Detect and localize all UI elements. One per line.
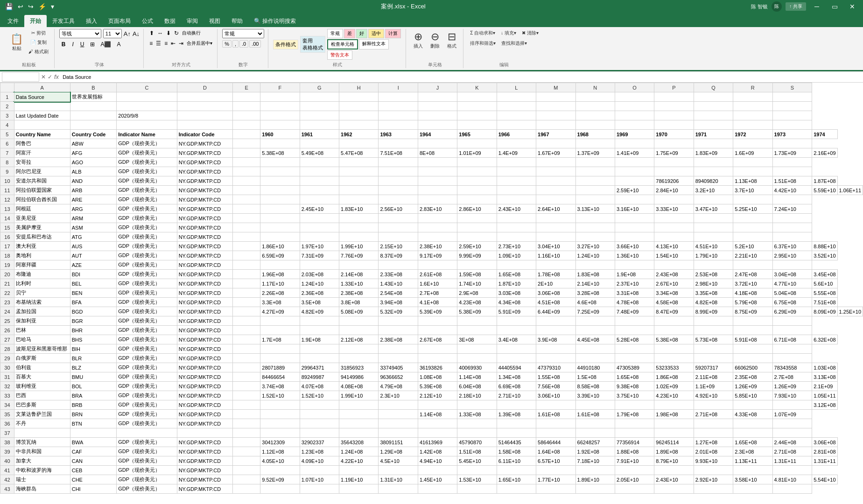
- cell[interactable]: [536, 326, 575, 335]
- bad-style[interactable]: 差: [344, 29, 355, 38]
- cell[interactable]: [615, 466, 654, 475]
- cell[interactable]: 2.43E+08: [654, 270, 694, 279]
- cell[interactable]: [260, 195, 300, 204]
- cell[interactable]: 1.43E+10: [379, 279, 418, 288]
- cell[interactable]: BIH: [70, 344, 117, 354]
- insert-button[interactable]: ⊕ 插入: [411, 29, 426, 51]
- underline-button[interactable]: U: [78, 40, 87, 49]
- cell[interactable]: [575, 167, 615, 176]
- cell[interactable]: 2.7E+08: [772, 372, 812, 382]
- name-box[interactable]: [2, 72, 39, 82]
- cell[interactable]: [694, 167, 733, 176]
- cell[interactable]: 比利时: [14, 279, 70, 288]
- cell[interactable]: [575, 354, 615, 363]
- cell[interactable]: 4.78E+08: [615, 298, 654, 307]
- cell[interactable]: BMU: [70, 372, 117, 382]
- cell[interactable]: [615, 158, 654, 167]
- cell[interactable]: [694, 428, 733, 438]
- tab-data[interactable]: 数据: [159, 15, 181, 27]
- cell[interactable]: 1.51E+08: [772, 176, 812, 186]
- cell[interactable]: 35643208: [339, 438, 379, 447]
- cell[interactable]: GDP（现价美元）: [117, 354, 177, 363]
- cell[interactable]: [536, 167, 575, 176]
- cell[interactable]: [418, 158, 457, 167]
- row-header-8[interactable]: 8: [0, 158, 14, 167]
- cell[interactable]: [733, 167, 772, 176]
- dropdown-icon[interactable]: ▾: [49, 2, 56, 11]
- cell[interactable]: [575, 214, 615, 223]
- cell[interactable]: 3.06E+08: [812, 438, 837, 447]
- col-header-O[interactable]: O: [615, 83, 654, 92]
- cell[interactable]: 1.51E+08: [457, 447, 497, 456]
- cell[interactable]: [733, 260, 772, 270]
- cell[interactable]: 45790870: [457, 438, 497, 447]
- cell[interactable]: ARE: [70, 195, 117, 204]
- cell[interactable]: 5.79E+08: [733, 298, 772, 307]
- cell[interactable]: [497, 176, 536, 186]
- cell[interactable]: [457, 111, 497, 120]
- cell[interactable]: 1.88E+08: [615, 447, 654, 456]
- cell[interactable]: 百慕大: [14, 372, 70, 382]
- cell[interactable]: [418, 167, 457, 176]
- cell[interactable]: [615, 400, 654, 410]
- cell[interactable]: [457, 195, 497, 204]
- cell[interactable]: 中非共和国: [14, 447, 70, 456]
- row-header-9[interactable]: 9: [0, 167, 14, 176]
- cell[interactable]: 1.26E+09: [733, 382, 772, 391]
- cell[interactable]: 3.13E+10: [575, 204, 615, 214]
- cell[interactable]: [694, 260, 733, 270]
- cell[interactable]: 3.47E+10: [694, 204, 733, 214]
- cell[interactable]: 1.42E+08: [418, 447, 457, 456]
- cell[interactable]: [70, 120, 117, 130]
- cell[interactable]: BLZ: [70, 363, 117, 372]
- col-header-R[interactable]: R: [733, 83, 772, 92]
- cell[interactable]: [339, 410, 379, 419]
- cell[interactable]: GDP（现价美元）: [117, 335, 177, 344]
- row-header-10[interactable]: 10: [0, 176, 14, 186]
- cell[interactable]: [339, 139, 379, 148]
- cell[interactable]: 5.54E+10: [812, 475, 837, 484]
- cell[interactable]: 2.03E+08: [300, 270, 339, 279]
- cell[interactable]: GDP（现价美元）: [117, 139, 177, 148]
- cell[interactable]: 2.45E+10: [300, 204, 339, 214]
- cell[interactable]: 1.02E+09: [654, 382, 694, 391]
- cell[interactable]: 5.55E+08: [812, 288, 837, 298]
- cell[interactable]: Country Code: [70, 130, 117, 139]
- col-header-B[interactable]: B: [70, 83, 117, 92]
- cell[interactable]: 5.49E+08: [300, 148, 339, 158]
- cell[interactable]: 4.77E+10: [772, 279, 812, 288]
- cell[interactable]: 89409820: [694, 176, 733, 186]
- cell[interactable]: 安哥拉: [14, 158, 70, 167]
- cell[interactable]: [233, 130, 260, 139]
- cell[interactable]: [260, 466, 300, 475]
- cell[interactable]: GDP（现价美元）: [117, 176, 177, 186]
- cell[interactable]: [457, 102, 497, 111]
- cell[interactable]: 1969: [615, 130, 654, 139]
- cell[interactable]: [575, 176, 615, 186]
- cell[interactable]: 7.25E+09: [575, 307, 615, 316]
- cell[interactable]: GDP（现价美元）: [117, 466, 177, 475]
- cell[interactable]: NY.GDP.MKTP.CD: [177, 372, 233, 382]
- cell[interactable]: [694, 354, 733, 363]
- cell[interactable]: 1.01E+09: [457, 148, 497, 158]
- cell[interactable]: [260, 167, 300, 176]
- cell[interactable]: ARG: [70, 204, 117, 214]
- cell[interactable]: 1964: [418, 130, 457, 139]
- cell[interactable]: [379, 326, 418, 335]
- cell[interactable]: [300, 214, 339, 223]
- cell[interactable]: [418, 176, 457, 186]
- cell[interactable]: [615, 214, 654, 223]
- cell[interactable]: [418, 466, 457, 475]
- align-center-icon[interactable]: ☰: [155, 39, 162, 48]
- cell[interactable]: 9.38E+08: [615, 382, 654, 391]
- cell[interactable]: 3.27E+10: [575, 242, 615, 251]
- cell[interactable]: 3.45E+08: [812, 270, 837, 279]
- cell[interactable]: 2.12E+10: [418, 391, 457, 400]
- cell[interactable]: CHI: [70, 484, 117, 494]
- cell[interactable]: [694, 419, 733, 428]
- cell[interactable]: 7.51E+08: [812, 298, 837, 307]
- cell[interactable]: 1.24E+10: [300, 279, 339, 288]
- cell[interactable]: 6.29E+09: [772, 307, 812, 316]
- cell[interactable]: NY.GDP.MKTP.CD: [177, 466, 233, 475]
- cell[interactable]: 1.24E+10: [575, 251, 615, 260]
